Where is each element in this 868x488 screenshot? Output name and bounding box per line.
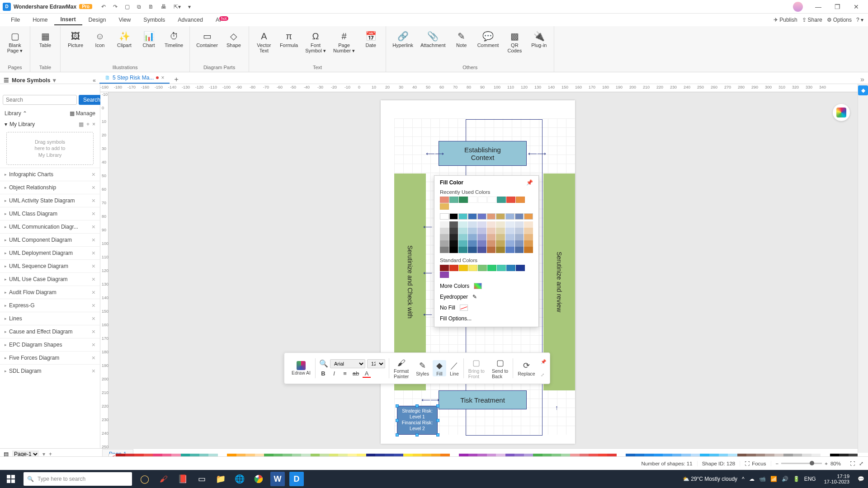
color-swatch[interactable]: [458, 213, 467, 220]
fit-page-button[interactable]: ⛶: [850, 461, 855, 466]
color-swatch[interactable]: [449, 265, 458, 271]
taskbar-cortana-icon[interactable]: ◯: [136, 470, 154, 488]
color-swatch[interactable]: [440, 221, 449, 228]
fill-options-button[interactable]: Fill Options...: [434, 313, 538, 324]
ribbon-vector-text-button[interactable]: AVector Text: [253, 28, 275, 64]
qat-open-button[interactable]: ⧉: [135, 3, 143, 11]
share-button[interactable]: ⇪ Share: [802, 17, 822, 23]
collapse-right-icon[interactable]: »: [857, 75, 868, 84]
font-size-select[interactable]: 12: [367, 359, 385, 368]
send-to-back-button[interactable]: ▢Send to Back: [488, 357, 512, 379]
box-establishing-context[interactable]: Establishing Context: [439, 141, 527, 166]
color-swatch[interactable]: [516, 197, 525, 203]
box-tisk-treatment[interactable]: Tisk Treatment: [439, 390, 527, 409]
toolbar-expand-icon[interactable]: ⤢: [541, 372, 546, 377]
taskbar-edrawmax-icon[interactable]: D: [289, 472, 304, 486]
color-swatch[interactable]: [487, 228, 496, 234]
taskbar-chrome-icon[interactable]: [250, 470, 268, 488]
color-swatch[interactable]: [440, 197, 449, 203]
color-swatch[interactable]: [496, 228, 505, 234]
font-search-icon[interactable]: 🔍: [319, 359, 328, 368]
color-swatch[interactable]: [506, 197, 515, 203]
color-swatch[interactable]: [449, 228, 458, 234]
color-swatch[interactable]: [477, 228, 486, 234]
color-swatch[interactable]: [449, 197, 458, 203]
color-swatch[interactable]: [524, 228, 533, 234]
replace-button[interactable]: ⟳Replace: [514, 360, 539, 376]
doc-tab-close-icon[interactable]: ×: [161, 75, 164, 81]
color-swatch[interactable]: [458, 221, 467, 228]
more-colors-button[interactable]: More Colors: [434, 281, 538, 291]
category-close-icon[interactable]: ×: [92, 236, 95, 244]
menu-design[interactable]: Design: [82, 15, 113, 25]
user-avatar[interactable]: [793, 2, 803, 12]
color-swatch[interactable]: [477, 221, 486, 228]
color-swatch[interactable]: [449, 234, 458, 240]
color-swatch[interactable]: [440, 265, 449, 271]
category-close-icon[interactable]: ×: [92, 197, 95, 204]
zoom-in-button[interactable]: +: [825, 461, 828, 466]
ribbon-comment-button[interactable]: 💬Comment: [475, 28, 502, 64]
maximize-button[interactable]: ❐: [828, 3, 846, 10]
color-swatch[interactable]: [515, 228, 524, 234]
ribbon-hyperlink-button[interactable]: 🔗Hyperlink: [390, 28, 416, 64]
taskbar-explorer-icon[interactable]: 📁: [212, 470, 230, 488]
styles-button[interactable]: ✎Styles: [412, 360, 433, 376]
color-swatch[interactable]: [458, 247, 467, 253]
close-button[interactable]: ✕: [847, 3, 865, 10]
qat-save-button[interactable]: 🗎: [146, 3, 156, 11]
mylib-close-icon[interactable]: ×: [92, 121, 95, 127]
strikethrough-button[interactable]: ab: [352, 370, 360, 378]
category-item[interactable]: ▸Audit Flow Diagram×: [0, 286, 100, 299]
ribbon-clipart-button[interactable]: ✨Clipart: [113, 28, 136, 64]
tray-clock[interactable]: 17:1917-10-2023: [821, 474, 853, 484]
color-swatch[interactable]: [458, 240, 467, 247]
collapse-left-icon[interactable]: «: [93, 77, 96, 84]
pin-icon[interactable]: 📌: [526, 179, 533, 186]
ribbon-chart-button[interactable]: 📊Chart: [137, 28, 160, 64]
category-close-icon[interactable]: ×: [92, 302, 95, 309]
os-search-input[interactable]: 🔍 Type here to search: [24, 472, 132, 486]
category-item[interactable]: ▸Object Relationship×: [0, 181, 100, 194]
taskbar-app2-icon[interactable]: 📕: [174, 470, 192, 488]
category-item[interactable]: ▸UML Component Diagram×: [0, 233, 100, 246]
category-item[interactable]: ▸UML Activity State Diagram×: [0, 194, 100, 207]
ribbon-date-button[interactable]: 📅Date: [359, 28, 382, 64]
weather-widget[interactable]: ⛅ 29°C Mostly cloudy: [683, 476, 737, 482]
color-swatch[interactable]: [468, 247, 477, 253]
color-swatch[interactable]: [449, 240, 458, 247]
category-close-icon[interactable]: ×: [92, 367, 95, 375]
tray-notifications-icon[interactable]: 💬: [858, 476, 864, 482]
tray-overflow-icon[interactable]: ^: [742, 476, 745, 482]
color-swatch[interactable]: [515, 247, 524, 253]
right-rail-format-icon[interactable]: ◆: [858, 85, 868, 95]
menu-insert[interactable]: Insert: [54, 14, 82, 25]
manage-library-button[interactable]: ▦ Manage: [70, 110, 95, 117]
color-swatch[interactable]: [487, 197, 496, 203]
color-swatch[interactable]: [440, 240, 449, 247]
color-swatch[interactable]: [496, 213, 505, 220]
category-close-icon[interactable]: ×: [92, 315, 95, 322]
color-swatch[interactable]: [440, 272, 449, 278]
start-button[interactable]: [0, 470, 22, 488]
mylib-grid-icon[interactable]: ▦: [79, 121, 84, 127]
color-swatch[interactable]: [496, 234, 505, 240]
ribbon-table-button[interactable]: ▦Table: [34, 28, 57, 64]
color-swatch[interactable]: [506, 265, 515, 271]
color-swatch[interactable]: [440, 213, 449, 220]
color-swatch[interactable]: [497, 265, 506, 271]
category-item[interactable]: ▸SDL Diagram×: [0, 364, 100, 377]
color-swatch[interactable]: [440, 234, 449, 240]
color-swatch[interactable]: [468, 197, 477, 203]
color-swatch[interactable]: [459, 265, 468, 271]
color-swatch[interactable]: [468, 213, 477, 220]
options-button[interactable]: ⚙ Options: [827, 17, 852, 23]
category-close-icon[interactable]: ×: [92, 210, 95, 217]
color-swatch[interactable]: [487, 213, 496, 220]
fullscreen-button[interactable]: ⤢: [859, 460, 863, 467]
color-swatch[interactable]: [478, 265, 487, 271]
tray-battery-icon[interactable]: 🔋: [793, 476, 800, 482]
color-swatch[interactable]: [468, 265, 477, 271]
qat-export-button[interactable]: ⇱▾: [172, 3, 183, 11]
color-swatch[interactable]: [496, 240, 505, 247]
